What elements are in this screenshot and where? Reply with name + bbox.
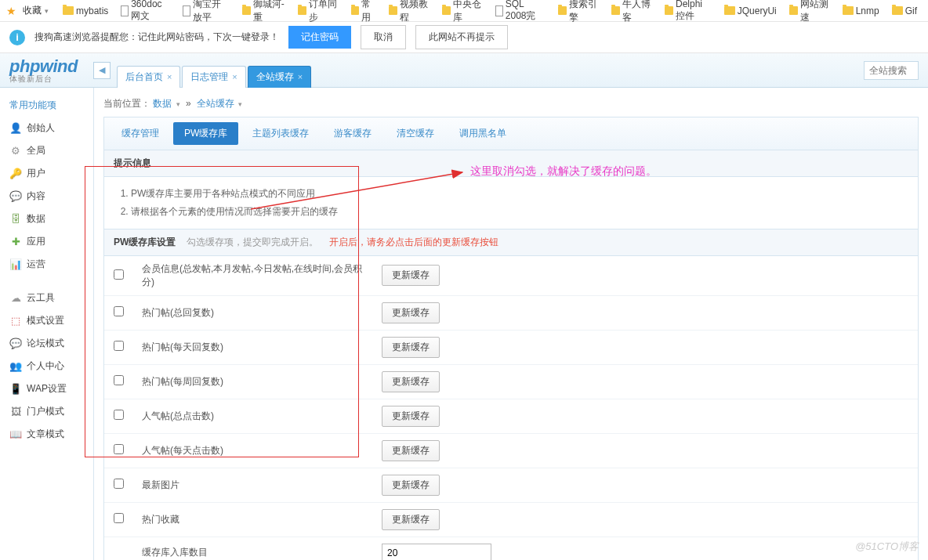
cache-checkbox[interactable] [114, 375, 124, 385]
update-cache-button[interactable]: 更新缓存 [382, 302, 440, 323]
star-icon: ★ [6, 5, 16, 17]
bookmark-item[interactable]: 搜索引擎 [553, 0, 604, 26]
close-icon[interactable]: × [167, 72, 172, 81]
chevron-down-icon: ▾ [238, 100, 242, 108]
sidebar-label: 运营 [27, 258, 45, 271]
sidebar-item[interactable]: 🖼门户模式 [0, 400, 93, 423]
back-button[interactable]: ◀ [93, 62, 111, 79]
sidebar-item[interactable]: ☁云工具 [0, 287, 93, 309]
bookmark-label: 订单同步 [309, 0, 339, 24]
bookmark-label: 搜索引擎 [569, 0, 599, 24]
bookmark-item[interactable]: Lnmp [838, 0, 884, 26]
bookmark-item[interactable]: JQueryUi [720, 0, 781, 26]
bookmark-item[interactable]: 网站测速 [785, 0, 835, 26]
sidebar-item[interactable]: 👥个人中心 [0, 355, 93, 378]
subtab[interactable]: 调用黑名单 [448, 122, 517, 145]
bookmark-item[interactable]: 常用 [346, 0, 382, 26]
update-cache-button[interactable]: 更新缓存 [382, 440, 440, 461]
bookmark-item[interactable]: SQL 2008完 [491, 0, 550, 26]
sidebar-item[interactable]: 📖文章模式 [0, 423, 93, 446]
sidebar-item[interactable]: 👤创始人 [0, 117, 93, 139]
sidebar-label: 个人中心 [27, 359, 64, 373]
cache-label: 人气帖(每天点击数) [142, 444, 369, 457]
cache-checkbox[interactable] [114, 306, 124, 316]
bookmark-item[interactable]: 订单同步 [293, 0, 343, 26]
bookmark-label: Lnmp [856, 5, 879, 16]
bookmarks-bar: ★ 收藏 ▾ mybatis360doc网文淘宝开放平御城河-重订单同步常用视频… [0, 0, 928, 22]
cache-row: 热门帖(总回复数)更新缓存 [104, 295, 918, 330]
subtab[interactable]: 主题列表缓存 [241, 122, 320, 145]
bookmark-item[interactable]: 视频教程 [384, 0, 434, 26]
remember-password-button[interactable]: 记住密码 [288, 26, 351, 49]
cache-checkbox[interactable] [114, 479, 124, 489]
cache-checkbox[interactable] [114, 513, 124, 523]
bookmark-item[interactable]: 360doc网文 [116, 0, 175, 26]
tip-item: 请根据各个元素的使用情况而选择需要开启的缓存 [131, 203, 905, 221]
cache-label: 热门帖(每周回复数) [142, 375, 369, 388]
subtab[interactable]: 游客缓存 [323, 122, 382, 145]
bookmark-item[interactable]: 淘宝开放平 [178, 0, 234, 26]
update-cache-button[interactable]: 更新缓存 [382, 265, 440, 286]
subtab[interactable]: 缓存管理 [111, 122, 170, 145]
cache-checkbox[interactable] [114, 410, 124, 420]
never-prompt-button[interactable]: 此网站不再提示 [415, 25, 508, 49]
sidebar-item[interactable]: ✚应用 [0, 230, 93, 253]
folder-icon [843, 6, 854, 15]
cache-checkbox[interactable] [114, 444, 124, 454]
header-tab[interactable]: 后台首页× [117, 66, 180, 88]
update-cache-button[interactable]: 更新缓存 [382, 509, 440, 530]
close-icon[interactable]: × [298, 72, 303, 81]
sidebar-label: 论坛模式 [27, 337, 64, 350]
favorites-label[interactable]: 收藏 [23, 4, 42, 17]
bookmark-item[interactable]: 御城河-重 [237, 0, 290, 26]
cache-row: 最新图片更新缓存 [104, 468, 918, 502]
update-cache-button[interactable]: 更新缓存 [382, 475, 440, 496]
fav-chevron[interactable]: ▾ [45, 7, 49, 15]
cancel-button[interactable]: 取消 [361, 25, 406, 49]
cache-checkbox[interactable] [114, 341, 124, 351]
settings-warning: 开启后，请务必点击后面的更新缓存按钮 [329, 236, 498, 249]
header-tabs: ◀ 后台首页×日志管理×全站缓存× [93, 53, 311, 88]
bookmark-item[interactable]: 中央仓库 [437, 0, 488, 26]
sidebar-item[interactable]: ⬚模式设置 [0, 309, 93, 332]
cache-checkbox[interactable] [114, 269, 124, 280]
breadcrumb-current[interactable]: 全站缓存 [197, 98, 234, 109]
folder-icon [665, 6, 673, 15]
breadcrumb-data[interactable]: 数据 [153, 98, 172, 109]
settings-title: PW缓存库设置 [114, 236, 176, 249]
close-icon[interactable]: × [232, 72, 237, 81]
sidebar-icon: 🗄 [9, 213, 22, 226]
update-cache-button[interactable]: 更新缓存 [382, 371, 440, 392]
sidebar-item[interactable]: 💬内容 [0, 185, 93, 208]
header-tab[interactable]: 日志管理× [182, 66, 245, 88]
page-icon [495, 5, 503, 16]
update-cache-button[interactable]: 更新缓存 [382, 406, 440, 427]
sidebar-item[interactable]: 🗄数据 [0, 208, 93, 230]
sidebar-label: 模式设置 [27, 314, 64, 327]
count-input[interactable] [382, 544, 491, 560]
header-tab[interactable]: 全站缓存× [248, 66, 311, 88]
cache-label: 热门收藏 [142, 513, 369, 526]
sidebar-item[interactable]: 🔑用户 [0, 162, 93, 185]
cache-label: 会员信息(总发帖,本月发帖,今日发帖,在线时间,会员积分) [142, 262, 369, 289]
cache-label: 热门帖(每天回复数) [142, 341, 369, 354]
bookmark-item[interactable]: Delphi控件 [660, 0, 716, 26]
sidebar-icon: ☁ [9, 292, 22, 305]
bookmark-item[interactable]: mybatis [58, 0, 113, 26]
sidebar-item[interactable]: 💬论坛模式 [0, 332, 93, 355]
sidebar-icon: 📊 [9, 258, 22, 271]
bookmark-item[interactable]: Gif [887, 0, 922, 26]
password-notice-bar: i 搜狗高速浏览器提醒您：记住此网站密码，下次一键登录！ 记住密码 取消 此网站… [0, 22, 928, 53]
bookmark-item[interactable]: 牛人博客 [607, 0, 657, 26]
subtab[interactable]: 清空缓存 [386, 122, 445, 145]
global-search-input[interactable] [864, 61, 919, 80]
folder-icon [892, 6, 903, 15]
update-cache-button[interactable]: 更新缓存 [382, 337, 440, 358]
sidebar-item[interactable]: 📱WAP设置 [0, 378, 93, 400]
bookmark-label: JQueryUi [738, 5, 777, 16]
logo: phpwind 体验新后台 [9, 56, 78, 85]
sidebar-item[interactable]: ⚙全局 [0, 139, 93, 162]
subtab[interactable]: PW缓存库 [173, 122, 238, 145]
sidebar-item[interactable]: 📊运营 [0, 253, 93, 276]
tab-label: 日志管理 [190, 70, 228, 84]
